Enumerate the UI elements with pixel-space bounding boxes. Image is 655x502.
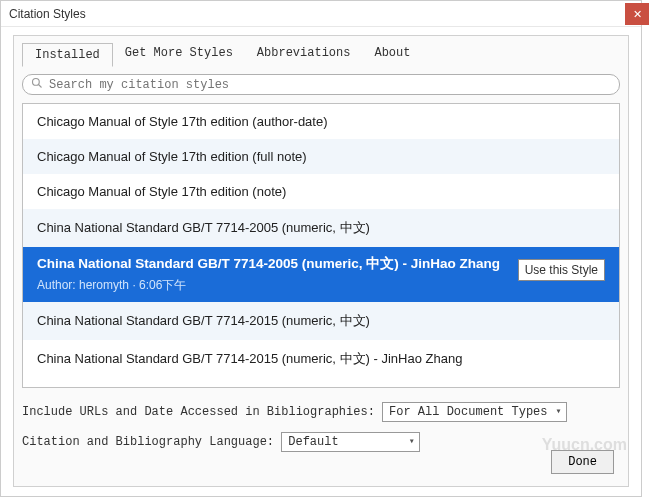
svg-point-0 (33, 79, 40, 86)
include-urls-select[interactable]: For All Document Types (382, 402, 566, 422)
tab-get-more-styles[interactable]: Get More Styles (113, 42, 245, 66)
list-item[interactable]: Chicago Manual of Style 17th edition (au… (23, 104, 619, 139)
list-item[interactable]: Chicago Manual of Style 17th edition (no… (23, 174, 619, 209)
svg-line-1 (39, 85, 42, 88)
titlebar: Citation Styles (1, 1, 641, 27)
search-icon (31, 77, 43, 92)
use-this-style-button[interactable]: Use this Style (518, 259, 605, 281)
list-item[interactable]: China National Standard GB/T 7714-2015 (… (23, 302, 619, 340)
tab-bar: Installed Get More Styles Abbreviations … (22, 42, 620, 66)
option-language: Citation and Bibliography Language: Defa… (22, 432, 620, 452)
window-title: Citation Styles (9, 7, 86, 21)
list-item[interactable]: Chicago Manual of Style 17th edition (fu… (23, 139, 619, 174)
include-urls-label: Include URLs and Date Accessed in Biblio… (22, 405, 375, 419)
search-field[interactable] (22, 74, 620, 95)
content-panel: Installed Get More Styles Abbreviations … (13, 35, 629, 487)
tab-about[interactable]: About (362, 42, 422, 66)
search-input[interactable] (49, 78, 611, 92)
option-include-urls: Include URLs and Date Accessed in Biblio… (22, 402, 620, 422)
citation-styles-window: Citation Styles ✕ Installed Get More Sty… (0, 0, 642, 497)
close-button[interactable]: ✕ (625, 3, 649, 25)
language-select[interactable]: Default (281, 432, 419, 452)
list-item[interactable]: China National Standard GB/T 7714-2015 (… (23, 340, 619, 378)
list-item-selected[interactable]: Use this Style China National Standard G… (23, 247, 619, 302)
language-label: Citation and Bibliography Language: (22, 435, 274, 449)
done-button[interactable]: Done (551, 450, 614, 474)
styles-list[interactable]: Chicago Manual of Style 17th edition (au… (22, 103, 620, 388)
tab-abbreviations[interactable]: Abbreviations (245, 42, 363, 66)
list-item[interactable]: China National Standard GB/T 7714-2005 (… (23, 209, 619, 247)
tab-installed[interactable]: Installed (22, 43, 113, 67)
close-icon: ✕ (633, 8, 642, 21)
options-area: Include URLs and Date Accessed in Biblio… (22, 402, 620, 452)
content-outer: Installed Get More Styles Abbreviations … (1, 27, 641, 495)
